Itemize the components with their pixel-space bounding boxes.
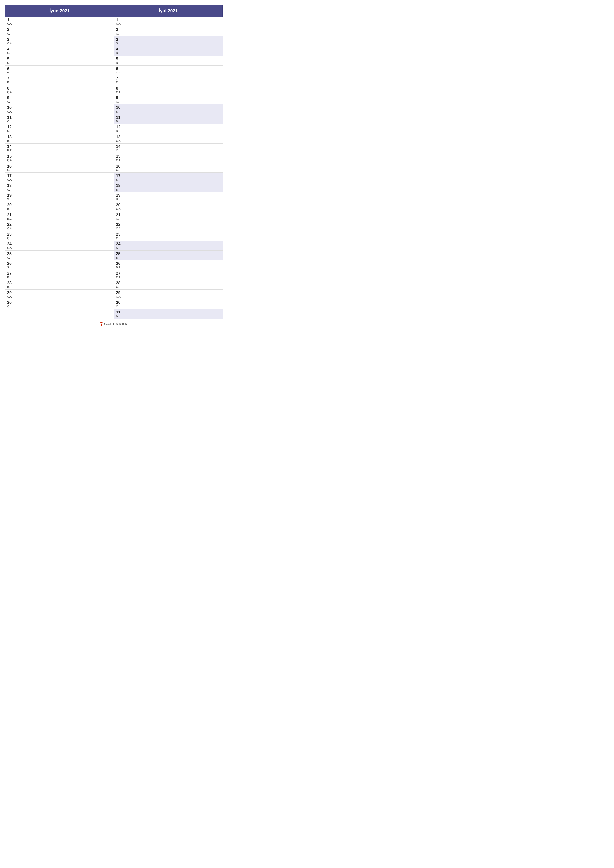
- july-day-row: 1C.A: [114, 17, 223, 26]
- day-number: 26: [116, 261, 221, 266]
- day-label: C.A: [116, 91, 221, 94]
- day-number: 22: [116, 222, 221, 227]
- june-day-row: 10C.A: [5, 104, 114, 114]
- day-number: 15: [7, 154, 112, 159]
- june-day-row: 7B.E: [5, 75, 114, 85]
- day-number: 7: [7, 76, 112, 81]
- day-number: 8: [116, 86, 221, 91]
- day-number: 18: [7, 183, 112, 188]
- june-day-row: 22Ç.A: [5, 222, 114, 231]
- june-day-row: 13B.: [5, 134, 114, 144]
- day-label: B.: [116, 120, 221, 123]
- day-number: 26: [7, 261, 112, 266]
- july-day-row: 31Ş.: [114, 309, 223, 319]
- month1-header: İyun 2021: [5, 5, 114, 17]
- day-label: Ş.: [7, 61, 112, 65]
- july-day-row: 18B.: [114, 182, 223, 192]
- july-day-row: 24Ş.: [114, 241, 223, 251]
- june-day-row: 18C.: [5, 182, 114, 192]
- day-label: Ç.A: [116, 139, 221, 143]
- june-day-row: 20B.: [5, 202, 114, 212]
- day-number: 16: [116, 164, 221, 169]
- day-number: 22: [7, 222, 112, 227]
- day-label: C.: [7, 256, 112, 259]
- day-label: C.A: [7, 110, 112, 113]
- day-label: B.E: [116, 129, 221, 133]
- day-label: Ç.: [7, 169, 112, 172]
- day-number: 7: [116, 76, 221, 81]
- day-label: Ç.A: [7, 22, 112, 25]
- july-day-row: 20Ç.A: [114, 202, 223, 212]
- day-label: Ş.: [7, 129, 112, 133]
- day-label: C.A: [116, 295, 221, 298]
- day-number: 2: [116, 27, 221, 32]
- day-number: 19: [7, 193, 112, 198]
- day-number: 25: [7, 251, 112, 256]
- day-label: C.A: [7, 178, 112, 181]
- day-label: Ç.A: [7, 159, 112, 162]
- day-number: 4: [7, 47, 112, 51]
- june-day-row: 3C.A: [5, 36, 114, 46]
- june-day-row: 5Ş.: [5, 56, 114, 65]
- june-day-row: 4C.: [5, 46, 114, 56]
- day-label: Ç.A: [7, 295, 112, 298]
- july-day-row: 28Ç.: [114, 280, 223, 290]
- july-day-row: 27Ç.A: [114, 270, 223, 280]
- july-day-row: 10Ş.: [114, 104, 223, 114]
- calendar-footer: 7 CALENDAR: [5, 319, 222, 329]
- july-day-row: 13Ç.A: [114, 134, 223, 144]
- day-number: 17: [7, 174, 112, 178]
- day-label: C.: [116, 169, 221, 172]
- june-day-row: 11C.: [5, 114, 114, 124]
- day-number: 12: [7, 125, 112, 129]
- day-label: C.: [116, 237, 221, 240]
- day-number: 30: [116, 300, 221, 305]
- day-label: B.E: [7, 81, 112, 84]
- day-number: 27: [7, 271, 112, 276]
- day-number: 24: [7, 242, 112, 246]
- june-column: 1Ç.A2Ç.3C.A4C.5Ş.6B.7B.E8Ç.A9Ç.10C.A11C.…: [5, 17, 114, 319]
- july-day-row: 25B.: [114, 251, 223, 260]
- day-number: 6: [7, 66, 112, 71]
- july-day-row: 4B.: [114, 46, 223, 56]
- day-label: Ş.: [116, 315, 221, 318]
- day-number: 27: [116, 271, 221, 276]
- day-number: 4: [116, 47, 221, 51]
- day-label: Ş.: [116, 110, 221, 113]
- june-day-row: 30Ç.: [5, 299, 114, 309]
- day-label: B.: [116, 256, 221, 259]
- july-day-row: 11B.: [114, 114, 223, 124]
- june-day-row: 28B.E: [5, 280, 114, 290]
- june-day-row: 2Ç.: [5, 26, 114, 36]
- day-label: B.: [116, 188, 221, 191]
- day-label: C.: [7, 51, 112, 55]
- day-number: 31: [116, 310, 221, 315]
- logo: 7 CALENDAR: [100, 321, 128, 327]
- day-number: 1: [116, 17, 221, 22]
- day-label: Ç.: [7, 100, 112, 104]
- july-column: 1C.A2C.3Ş.4B.5B.E6Ç.A7Ç.8C.A9C.10Ş.11B.1…: [114, 17, 223, 319]
- day-number: 21: [116, 212, 221, 217]
- day-label: Ç.A: [116, 71, 221, 74]
- july-day-row: 29C.A: [114, 290, 223, 299]
- day-number: 13: [116, 135, 221, 139]
- day-number: 8: [7, 86, 112, 91]
- day-number: 14: [116, 144, 221, 149]
- june-day-row: 23Ç.: [5, 231, 114, 241]
- day-number: 3: [7, 37, 112, 42]
- day-label: Ç.: [7, 305, 112, 308]
- day-number: 28: [116, 281, 221, 285]
- day-label: Ç.: [116, 285, 221, 288]
- day-number: 3: [116, 37, 221, 42]
- june-day-row: 12Ş.: [5, 124, 114, 133]
- day-label: B.: [7, 207, 112, 211]
- day-number: 6: [116, 66, 221, 71]
- july-day-row: 6Ç.A: [114, 65, 223, 75]
- day-label: C.: [116, 32, 221, 36]
- day-label: Ç.: [116, 81, 221, 84]
- june-day-row: 25C.: [5, 251, 114, 260]
- day-number: 20: [116, 203, 221, 207]
- day-number: 12: [116, 125, 221, 129]
- day-number: 28: [7, 281, 112, 285]
- june-day-row: 27B.: [5, 270, 114, 280]
